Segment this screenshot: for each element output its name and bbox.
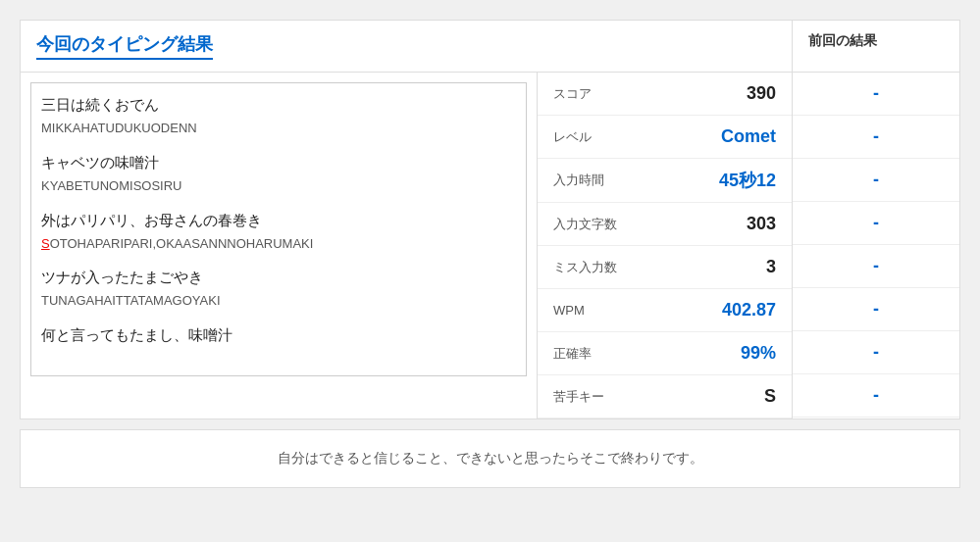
stat-label-score: スコア <box>553 85 697 103</box>
stat-label-accuracy: 正確率 <box>553 345 697 363</box>
typing-line-jp-4: ツナが入ったたまごやき <box>41 266 516 289</box>
stat-label-level: レベル <box>553 128 697 146</box>
stat-value-score: 390 <box>697 83 776 104</box>
typing-line-en-4: TUNAGAHAITTATAMAGOYAKI <box>41 291 516 312</box>
page-container: 今回のタイピング結果 前回の結果 三日は続くおでん MIKKAHATUDUKUO… <box>10 10 970 542</box>
page-title: 今回のタイピング結果 <box>36 32 213 60</box>
quote-text: 自分はできると信じること、できないと思ったらそこで終わりです。 <box>278 450 703 466</box>
typing-line-en-1: MIKKAHATUDUKUODENN <box>41 119 516 139</box>
header-right: 前回の結果 <box>793 21 959 72</box>
typing-block-5: 何と言ってもたまし、味噌汁 <box>41 323 516 347</box>
stat-row-chars: 入力文字数 303 <box>538 203 792 246</box>
stat-label-time: 入力時間 <box>553 172 697 189</box>
bottom-panel: 自分はできると信じること、できないと思ったらそこで終わりです。 <box>20 429 960 488</box>
prev-row-1: - <box>793 73 959 116</box>
prev-row-4: - <box>793 202 959 245</box>
prev-row-5: - <box>793 245 959 288</box>
typing-block-3: 外はパリパリ、お母さんの春巻き SOTOHAPARIPARI,OKAASANNN… <box>41 209 516 255</box>
stat-value-chars: 303 <box>697 214 776 234</box>
prev-row-2: - <box>793 116 959 159</box>
stat-label-wpm: WPM <box>553 303 697 318</box>
typing-block-4: ツナが入ったたまごやき TUNAGAHAITTATAMAGOYAKI <box>41 266 516 312</box>
stat-label-misses: ミス入力数 <box>553 259 697 276</box>
prev-row-6: - <box>793 288 959 331</box>
typing-line-en-3: SOTOHAPARIPARI,OKAASANNNOHARUMAKI <box>41 234 516 255</box>
stat-row-level: レベル Comet <box>538 116 792 159</box>
typing-line-jp-5: 何と言ってもたまし、味噌汁 <box>41 323 516 347</box>
prev-result-label: 前回の結果 <box>808 32 877 48</box>
prev-row-3: - <box>793 159 959 202</box>
typing-line-jp-2: キャベツの味噌汁 <box>41 151 516 174</box>
typing-line-jp-1: 三日は続くおでん <box>41 93 516 117</box>
stat-row-misses: ミス入力数 3 <box>538 246 792 289</box>
typing-block-1: 三日は続くおでん MIKKAHATUDUKUODENN <box>41 93 516 139</box>
highlight-s-char: S <box>41 236 50 251</box>
stat-row-accuracy: 正確率 99% <box>538 332 792 375</box>
typing-line-en-2: KYABETUNOMISOSIRU <box>41 176 516 197</box>
prev-area: - - - - - - - - <box>793 73 959 419</box>
prev-row-7: - <box>793 331 959 374</box>
prev-row-8: - <box>793 374 959 418</box>
stat-value-misses: 3 <box>697 257 776 277</box>
typing-block-2: キャベツの味噌汁 KYABETUNOMISOSIRU <box>41 151 516 197</box>
stats-area: スコア 390 レベル Comet 入力時間 45秒12 入力文字数 303 ミ… <box>538 73 793 419</box>
main-panel: 今回のタイピング結果 前回の結果 三日は続くおでん MIKKAHATUDUKUO… <box>20 20 960 419</box>
stat-value-level: Comet <box>697 126 776 147</box>
stat-value-wpm: 402.87 <box>697 300 776 320</box>
stat-value-accuracy: 99% <box>697 343 776 364</box>
stat-row-wpm: WPM 402.87 <box>538 289 792 332</box>
panel-body: 三日は続くおでん MIKKAHATUDUKUODENN キャベツの味噌汁 KYA… <box>21 73 959 419</box>
stat-row-time: 入力時間 45秒12 <box>538 159 792 203</box>
typing-scroll-box[interactable]: 三日は続くおでん MIKKAHATUDUKUODENN キャベツの味噌汁 KYA… <box>30 82 527 376</box>
typing-area: 三日は続くおでん MIKKAHATUDUKUODENN キャベツの味噌汁 KYA… <box>21 73 538 419</box>
stat-label-weakkey: 苦手キー <box>553 388 697 406</box>
stat-value-time: 45秒12 <box>697 169 776 192</box>
typing-line-jp-3: 外はパリパリ、お母さんの春巻き <box>41 209 516 232</box>
header-left: 今回のタイピング結果 <box>21 21 793 72</box>
stat-row-score: スコア 390 <box>538 73 792 116</box>
stat-label-chars: 入力文字数 <box>553 216 697 233</box>
stat-row-weakkey: 苦手キー S <box>538 375 792 419</box>
panel-header: 今回のタイピング結果 前回の結果 <box>21 21 959 73</box>
stat-value-weakkey: S <box>697 386 776 407</box>
